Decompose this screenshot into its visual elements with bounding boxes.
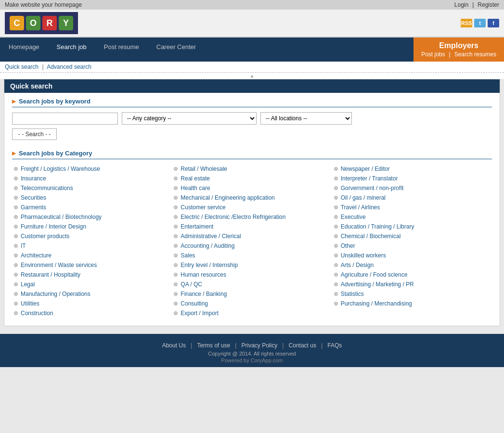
nav-search-job[interactable]: Search job bbox=[48, 38, 95, 62]
category-column-3: Newspaper / EditorInterpreter / Translat… bbox=[332, 164, 492, 318]
category-item[interactable]: Legal bbox=[12, 280, 172, 289]
nav-homepage[interactable]: Homepage bbox=[0, 38, 48, 62]
category-item[interactable]: Human resources bbox=[172, 270, 332, 280]
category-item[interactable]: Freight / Logistics / Warehouse bbox=[12, 164, 172, 174]
category-item[interactable]: Health care bbox=[172, 183, 332, 193]
search-resumes-link[interactable]: Search resumes bbox=[454, 51, 496, 58]
category-item[interactable]: Real estate bbox=[172, 174, 332, 183]
category-item[interactable]: Other bbox=[332, 241, 492, 251]
category-item[interactable]: Customer products bbox=[12, 231, 172, 241]
quick-search-panel: Quick search ▶ Search jobs by keyword --… bbox=[4, 79, 500, 326]
nav: Homepage Search job Post resume Career C… bbox=[0, 38, 504, 62]
category-item[interactable]: Chemical / Biochemical bbox=[332, 231, 492, 241]
category-item[interactable]: Arts / Design bbox=[332, 260, 492, 270]
advanced-search-subnav[interactable]: Advanced search bbox=[47, 64, 91, 70]
footer-powered: Powered by CoryApp.com bbox=[5, 357, 499, 363]
category-item[interactable]: Telecommunications bbox=[12, 183, 172, 193]
category-bullet-icon bbox=[334, 205, 338, 209]
category-bullet-icon bbox=[174, 177, 178, 180]
category-bullet-icon bbox=[174, 282, 178, 286]
qs-arrow: ▲ bbox=[0, 73, 504, 79]
category-bullet-icon bbox=[334, 244, 338, 248]
category-bullet-icon bbox=[334, 215, 338, 219]
twitter-icon[interactable]: t bbox=[474, 19, 486, 27]
search-button[interactable]: - - Search - - bbox=[12, 128, 57, 140]
homepage-link[interactable]: Make website your homepage bbox=[5, 1, 82, 8]
category-bullet-icon bbox=[174, 254, 178, 257]
category-item[interactable]: Education / Training / Library bbox=[332, 222, 492, 231]
category-item[interactable]: Agriculture / Food science bbox=[332, 270, 492, 280]
footer-privacy[interactable]: Privacy Policy bbox=[241, 342, 277, 349]
category-item[interactable]: Oil / gas / mineral bbox=[332, 193, 492, 203]
category-item[interactable]: Accounting / Auditing bbox=[172, 241, 332, 251]
keyword-input[interactable] bbox=[12, 113, 118, 125]
category-bullet-icon bbox=[334, 263, 338, 267]
category-item[interactable]: Environment / Waste services bbox=[12, 260, 172, 270]
category-item[interactable]: Executive bbox=[332, 212, 492, 222]
footer-about[interactable]: About Us bbox=[162, 342, 186, 349]
category-bullet-icon bbox=[174, 244, 178, 248]
category-item[interactable]: Consulting bbox=[172, 299, 332, 308]
login-link[interactable]: Login bbox=[454, 1, 468, 8]
category-item[interactable]: Architecture bbox=[12, 251, 172, 260]
category-item[interactable]: Statistics bbox=[332, 289, 492, 299]
footer-terms[interactable]: Terms of use bbox=[197, 342, 230, 349]
category-item[interactable]: Finance / Banking bbox=[172, 289, 332, 299]
category-bullet-icon bbox=[14, 311, 18, 315]
nav-career-center[interactable]: Career Center bbox=[148, 38, 205, 62]
category-item[interactable]: Travel / Airlines bbox=[332, 203, 492, 212]
category-item[interactable]: Gorvernment / non-profit bbox=[332, 183, 492, 193]
category-bullet-icon bbox=[174, 186, 178, 190]
footer-links: About Us | Terms of use | Privacy Policy… bbox=[5, 342, 499, 349]
footer-faqs[interactable]: FAQs bbox=[327, 342, 342, 349]
category-item[interactable]: Purchasing / Merchandising bbox=[332, 299, 492, 308]
category-item[interactable]: Export / Import bbox=[172, 308, 332, 318]
logo-r: R bbox=[42, 16, 57, 30]
category-bullet-icon bbox=[14, 177, 18, 180]
footer-contact[interactable]: Contact us bbox=[289, 342, 316, 349]
employer-box: Employers Post jobs | Search resumes bbox=[414, 38, 504, 62]
category-item[interactable]: Insurance bbox=[12, 174, 172, 183]
category-item[interactable]: Pharmaceutical / Biotechnology bbox=[12, 212, 172, 222]
category-bullet-icon bbox=[334, 292, 338, 296]
category-item[interactable]: Mechanical / Engineering application bbox=[172, 193, 332, 203]
category-item[interactable]: Garments bbox=[12, 203, 172, 212]
category-item[interactable]: Retail / Wholesale bbox=[172, 164, 332, 174]
category-item[interactable]: Electric / Electronic /Electro Refrigera… bbox=[172, 212, 332, 222]
footer-copyright: Copyright @ 2014. All rights reserved bbox=[5, 351, 499, 357]
category-item[interactable]: Restaurant / Hospitality bbox=[12, 270, 172, 280]
category-item[interactable]: Furniture / Interior Design bbox=[12, 222, 172, 231]
category-item[interactable]: Interpreter / Translator bbox=[332, 174, 492, 183]
category-bullet-icon bbox=[14, 225, 18, 229]
facebook-icon[interactable]: f bbox=[488, 19, 499, 27]
category-item[interactable]: Administrative / Clerical bbox=[172, 231, 332, 241]
rss-icon[interactable]: RSS bbox=[461, 19, 472, 27]
category-select[interactable]: -- Any category -- bbox=[122, 112, 257, 125]
category-bullet-icon bbox=[334, 254, 338, 257]
category-search-section: ▶ Search jobs by Category Freight / Logi… bbox=[12, 150, 492, 318]
category-item[interactable]: Sales bbox=[172, 251, 332, 260]
category-item[interactable]: IT bbox=[12, 241, 172, 251]
category-item[interactable]: Utilities bbox=[12, 299, 172, 308]
category-bullet-icon bbox=[334, 282, 338, 286]
category-bullet-icon bbox=[174, 205, 178, 209]
category-item[interactable]: Customer service bbox=[172, 203, 332, 212]
logo-y: Y bbox=[59, 16, 73, 30]
category-item[interactable]: Entry level / Internship bbox=[172, 260, 332, 270]
category-item[interactable]: Construction bbox=[12, 308, 172, 318]
post-jobs-link[interactable]: Post jobs bbox=[421, 51, 445, 58]
category-item[interactable]: Newspaper / Editor bbox=[332, 164, 492, 174]
category-item[interactable]: Manufacturing / Operations bbox=[12, 289, 172, 299]
category-item[interactable]: Securities bbox=[12, 193, 172, 203]
quick-search-subnav[interactable]: Quick search bbox=[5, 64, 39, 70]
register-link[interactable]: Register bbox=[478, 1, 499, 8]
category-bullet-icon bbox=[334, 225, 338, 229]
nav-post-resume[interactable]: Post resume bbox=[95, 38, 148, 62]
category-item[interactable]: Entertaiment bbox=[172, 222, 332, 231]
category-item[interactable]: QA / QC bbox=[172, 280, 332, 289]
employer-links: Post jobs | Search resumes bbox=[421, 51, 496, 58]
location-select[interactable]: -- All locations -- bbox=[260, 112, 352, 125]
category-item[interactable]: Adverttising / Marketing / PR bbox=[332, 280, 492, 289]
category-item[interactable]: Unskilled workers bbox=[332, 251, 492, 260]
qs-panel-header: Quick search bbox=[4, 79, 500, 93]
